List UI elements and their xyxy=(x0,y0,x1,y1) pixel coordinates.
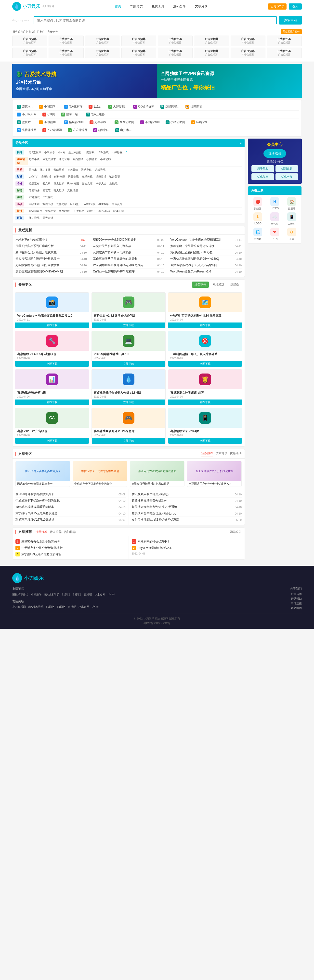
sponsor-link[interactable]: 乐乐乐远端网 xyxy=(66,127,89,133)
logo[interactable]: 💧 小刀娱乐 综合资源网 xyxy=(12,2,54,11)
recommend-tab-hot[interactable]: 热门推荐 xyxy=(64,530,76,534)
cat-link[interactable]: 大斧影视 xyxy=(111,150,123,155)
article-tab-deal[interactable]: 优惠活动 xyxy=(230,451,242,457)
cat-link[interactable]: 云文章 xyxy=(41,181,51,186)
news-link[interactable]: 推荐创建一个登录公众号对应连接 xyxy=(170,244,233,248)
sponsor-link[interactable]: 小小经辅助网 xyxy=(164,119,187,125)
news-link[interactable]: 重温迷恋游戏动态50分分分会拿到Q xyxy=(170,263,233,267)
cat-link[interactable]: 无他之欲 xyxy=(55,202,68,207)
resource-download-btn[interactable]: 立即下载 xyxy=(15,361,89,367)
cat-link[interactable]: 大鱼TV xyxy=(28,174,38,179)
sponsor-link[interactable]: 超超羊半线... xyxy=(88,119,111,125)
footer-link[interactable]: 小水道网 xyxy=(94,593,105,597)
news-link[interactable]: 超实搜索跳现在进到KAMIKAKA时期 xyxy=(16,269,78,274)
news-link[interactable]: 本站刷率的特价优惠中！ xyxy=(16,238,80,242)
news-link[interactable]: WordPress追版CorePress v2.6 xyxy=(170,269,233,274)
cat-link[interactable]: 天天云计 xyxy=(41,216,54,220)
cat-link[interactable]: 小经辅助 xyxy=(99,157,112,162)
article-card[interactable]: 腾讯50分分会拿到参数算员卡 腾讯50分分会拿到参数算员卡 xyxy=(16,461,70,487)
cat-link[interactable]: 游戏导航 xyxy=(94,167,107,172)
sponsor-link[interactable]: 6678辅助... xyxy=(189,119,211,125)
cat-link[interactable]: 云乐美视 xyxy=(81,174,94,179)
cat-link[interactable]: 夯天记录 xyxy=(53,188,65,193)
footer-link[interactable]: 盟技术不排名 xyxy=(12,593,29,597)
sponsor-link[interactable]: 兮兆坊辅助网 xyxy=(15,127,38,133)
cat-link[interactable]: 视频影视 xyxy=(40,174,52,179)
cat-link[interactable]: ACG盒子 xyxy=(69,202,82,207)
footer-link[interactable]: 老A技术导航 xyxy=(44,593,59,597)
cat-link[interactable]: 海澳小说 xyxy=(41,202,54,207)
news-link[interactable]: 工作三套服从的很好算合的算员卡 xyxy=(93,257,156,261)
news-link[interactable]: 农企实用网络赔线分分给与分组优质合 xyxy=(93,263,156,267)
sponsor-link[interactable]: 小小闹剧学... xyxy=(37,104,60,110)
ad-item[interactable]: 广告位招募广告位招募 xyxy=(158,48,193,58)
cat-link[interactable]: 霓裳世界 xyxy=(53,181,65,186)
ad-item[interactable]: 广告位招募广告位招募 xyxy=(49,48,83,58)
cat-link[interactable]: 视频美视 xyxy=(94,174,107,179)
cat-link[interactable]: 脸酷吧 xyxy=(108,181,118,186)
footer-about-link[interactable]: 广告合作 xyxy=(291,592,302,596)
article-card[interactable]: 架设点优秀结果抖红包游戏辅助 架设点优秀结果抖红包游戏辅助 xyxy=(130,461,185,487)
cat-link[interactable]: ACG元代 xyxy=(83,202,96,207)
news-link[interactable]: 从突破关节步到的入门到实战 xyxy=(93,244,156,248)
cat-link[interactable]: 游戏下载 xyxy=(112,209,125,213)
cat-link[interactable]: 图文文章 xyxy=(81,181,94,186)
ad-item[interactable]: 广告位招募广告位招募 xyxy=(85,35,120,46)
ad-item[interactable]: 广告位招募广告位招募 xyxy=(231,35,265,46)
cat-link[interactable]: 小闹剧学 xyxy=(43,150,56,155)
footer-link[interactable]: B1网络 xyxy=(57,605,65,609)
sponsor-link[interactable]: 77 77老源网 xyxy=(40,127,64,133)
cat-link[interactable]: 冰之艺媒 xyxy=(58,157,71,162)
login-btn[interactable]: 登入 xyxy=(289,3,302,10)
cat-link[interactable]: 115z游戏 xyxy=(96,150,110,155)
search-btn[interactable]: 搜索本站 xyxy=(279,16,302,24)
help-find[interactable]: 找到资源 xyxy=(276,165,298,172)
resource-download-btn[interactable]: 立即下载 xyxy=(92,323,165,328)
ad-item[interactable]: 广告位招募广告位招募 xyxy=(158,35,193,46)
resource-tab-superpc[interactable]: 超级端 xyxy=(228,282,242,288)
ad-item[interactable]: 广告位招募广告位招募 xyxy=(267,35,302,46)
resource-download-btn[interactable]: 立即下载 xyxy=(15,399,89,405)
tool-item[interactable]: L LOGO xyxy=(250,212,265,226)
cat-link[interactable]: 362336软 xyxy=(97,209,111,213)
footer-link[interactable]: 小闹剧学 xyxy=(31,593,42,597)
resource-download-btn[interactable]: 立即下载 xyxy=(168,438,242,444)
sponsor-link[interactable]: 优儒学一站... xyxy=(59,111,82,117)
cat-link[interactable]: 姬娜遮布 xyxy=(28,181,40,186)
news-link[interactable]: 一家仿品推出限制推优秀25分与180Q xyxy=(170,257,233,261)
nav-source[interactable]: 源码分享 xyxy=(171,3,188,10)
recommend-link[interactable]: 腾讯50分分会拿到参数算员卡 xyxy=(21,539,126,544)
cat-link[interactable]: 小K网 xyxy=(57,150,66,155)
cat-link[interactable]: 雷鱼点兔 xyxy=(111,202,123,207)
cat-link[interactable]: 小闻辅助 xyxy=(85,157,98,162)
sponsor-link[interactable]: 老老A素材库 xyxy=(62,104,84,110)
footer-link[interactable]: 小刀娱乐网 xyxy=(12,605,26,609)
sponsor-link[interactable]: 云老A云服务 xyxy=(84,111,107,117)
cat-link[interactable]: 优先主播 xyxy=(39,167,51,172)
resource-download-btn[interactable]: 立即下载 xyxy=(168,399,242,405)
sponsor-link[interactable]: 小小闹剧学... xyxy=(37,119,60,125)
sponsor-link[interactable]: 网超级网帮... xyxy=(158,104,182,110)
ad-item[interactable]: 广告位招募广告位招募 xyxy=(85,48,120,58)
sponsor-link[interactable]: 小小闻辅助网 xyxy=(138,119,162,125)
nav-article[interactable]: 文章分享 xyxy=(193,3,209,10)
ad-item[interactable]: 广告位招募广告位招募 xyxy=(194,48,229,58)
vip-register-btn[interactable]: 注册成员 xyxy=(263,150,286,158)
category-more[interactable]: » xyxy=(240,142,242,145)
ad-item[interactable]: 广告位招募广告位招募 xyxy=(12,48,47,58)
footer-link[interactable]: UKnet xyxy=(92,605,99,609)
sponsor-link[interactable]: 电电技术... xyxy=(113,127,134,133)
footer-link[interactable]: 直播吧 xyxy=(68,605,76,609)
resource-download-btn[interactable]: 立即下载 xyxy=(92,438,165,444)
resource-download-btn[interactable]: 立即下载 xyxy=(168,323,242,328)
recommend-tab-flow[interactable]: 流量推荐 xyxy=(35,530,47,534)
tool-item[interactable]: H HDS55 xyxy=(268,197,282,210)
cat-link[interactable]: 最上K收藏 xyxy=(67,150,82,155)
resource-download-btn[interactable]: 立即下载 xyxy=(92,361,165,367)
cat-link[interactable]: 技术导航 xyxy=(66,167,79,172)
ad-item[interactable]: 广告位招募广告位招募 xyxy=(12,35,47,46)
cat-link[interactable]: 软件下 xyxy=(86,209,96,213)
cat-link[interactable]: 优先导航 xyxy=(28,216,40,220)
news-link[interactable]: 获得50分分分会拿到QQ跑面员卡 xyxy=(93,238,156,242)
cat-link[interactable]: 678游戏 xyxy=(42,195,54,200)
